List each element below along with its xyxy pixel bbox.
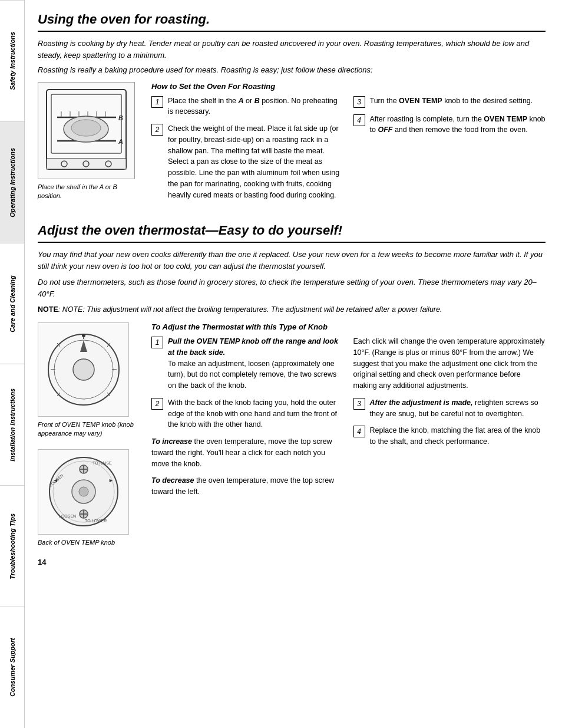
roasting-divider (38, 31, 546, 32)
thermostat-section: Adjust the oven thermostat—Easy to do yo… (38, 223, 546, 547)
thermostat-right-step-3: 3 After the adjustment is made, retighte… (353, 397, 546, 420)
thermostat-step-decrease: To decrease the oven temperature, move t… (151, 475, 344, 498)
thermostat-steps-left: 1 Pull the OVEN TEMP knob off the range … (151, 336, 344, 503)
roasting-intro1: Roasting is cooking by dry heat. Tender … (38, 38, 546, 61)
how-to-title: How to Set the Oven For Roasting (151, 82, 546, 91)
svg-text:TO LOWER: TO LOWER (85, 519, 107, 523)
oven-image-caption: Place the shelf in the A or B position. (38, 183, 141, 201)
roasting-title: Using the oven for roasting. (38, 12, 546, 27)
page-wrapper: Safety Instructions Operating Instructio… (0, 0, 562, 728)
thermostat-note: NOTE: NOTE: This adjustment will not aff… (38, 304, 546, 315)
sidebar-item-installation[interactable]: Installation Instructions (0, 364, 24, 485)
thermostat-right-step-4: 4 Replace the knob, matching the flat ar… (353, 425, 546, 447)
svg-point-37 (79, 487, 88, 496)
roasting-step-1: 1 Place the shelf in the A or B position… (151, 95, 344, 118)
thermostat-step-text-increase: To increase the oven temperature, move t… (151, 436, 344, 469)
sidebar-item-care[interactable]: Care and Cleaning (0, 243, 24, 364)
svg-text:A: A (118, 138, 123, 145)
sidebar-item-safety[interactable]: Safety Instructions (0, 0, 24, 121)
step-num-3: 3 (353, 96, 365, 108)
knob-front-caption: Front of OVEN TEMP knob (knob appearance… (38, 420, 141, 439)
main-content: Using the oven for roasting. Roasting is… (25, 0, 562, 728)
sidebar: Safety Instructions Operating Instructio… (0, 0, 25, 728)
thermostat-step-2: 2 With the back of the knob facing you, … (151, 397, 344, 430)
thermostat-right-step-text-3: After the adjustment is made, retighten … (370, 397, 546, 420)
thermostat-steps-right: Each click will change the oven temperat… (353, 336, 546, 503)
thermostat-step-num-2: 2 (151, 398, 163, 410)
thermostat-right-step-info: Each click will change the oven temperat… (353, 336, 546, 391)
roasting-intro2: Roasting is really a baking procedure us… (38, 64, 546, 76)
thermostat-right-step-num-3: 3 (353, 398, 365, 410)
roasting-steps-two-col: 1 Place the shelf in the A or B position… (151, 95, 546, 207)
svg-point-29 (82, 334, 85, 337)
svg-point-13 (71, 120, 101, 136)
step-num-2: 2 (151, 124, 163, 136)
roasting-steps-col: How to Set the Oven For Roasting 1 Place… (151, 82, 546, 207)
svg-text:◄: ◄ (53, 477, 58, 483)
step-text-2: Check the weight of the meat. Place it f… (168, 123, 344, 200)
thermostat-step-num-1: 1 (151, 337, 163, 348)
thermostat-steps-col: To Adjust the Thermostat with this Type … (151, 322, 546, 547)
thermostat-right-step-num-4: 4 (353, 426, 365, 437)
roasting-section: Using the oven for roasting. Roasting is… (38, 12, 546, 206)
oven-diagram: B A (38, 82, 135, 179)
thermostat-intro2: Do not use thermometers, such as those f… (38, 276, 546, 299)
knob-back-caption: Back of OVEN TEMP knob (38, 538, 141, 547)
thermostat-right-step-text-4: Replace the knob, matching the flat area… (370, 425, 546, 447)
svg-text:B: B (118, 114, 123, 121)
knob-front-diagram (38, 322, 129, 417)
step-num-1: 1 (151, 96, 163, 108)
page-number: 14 (38, 558, 546, 566)
thermostat-steps-two-col: 1 Pull the OVEN TEMP knob off the range … (151, 336, 546, 503)
step-text-4: After roasting is complete, turn the OVE… (370, 114, 546, 136)
roasting-step-4: 4 After roasting is complete, turn the O… (353, 114, 546, 136)
thermostat-right-text-info: Each click will change the oven temperat… (353, 336, 546, 391)
thermostat-divider (38, 242, 546, 243)
roasting-image-col: B A (38, 82, 141, 207)
knob-back-diagram: LOOSEN TO RAISE LOOSEN TO LOWER (38, 449, 129, 535)
svg-text:►: ► (108, 477, 114, 483)
roasting-steps-right: 3 Turn the OVEN TEMP knob to the desired… (353, 95, 546, 207)
step-text-1: Place the shelf in the A or B position. … (168, 95, 344, 118)
svg-point-21 (73, 359, 94, 380)
sidebar-item-operating[interactable]: Operating Instructions (0, 121, 24, 243)
sidebar-item-consumer[interactable]: Consumer Support (0, 607, 24, 728)
thermostat-step-text-decrease: To decrease the oven temperature, move t… (151, 475, 344, 498)
svg-text:LOOSEN: LOOSEN (59, 514, 76, 518)
step-num-4: 4 (353, 114, 365, 126)
step-text-3: Turn the OVEN TEMP knob to the desired s… (370, 95, 546, 108)
thermostat-title: Adjust the oven thermostat—Easy to do yo… (38, 223, 546, 238)
thermostat-layout: Front of OVEN TEMP knob (knob appearance… (38, 322, 546, 547)
thermostat-subsection-title: To Adjust the Thermostat with this Type … (151, 322, 546, 331)
thermostat-step-increase: To increase the oven temperature, move t… (151, 436, 344, 469)
roasting-steps-left: 1 Place the shelf in the A or B position… (151, 95, 344, 207)
svg-rect-14 (47, 159, 126, 169)
thermostat-step-1: 1 Pull the OVEN TEMP knob off the range … (151, 336, 344, 391)
knob-col: Front of OVEN TEMP knob (knob appearance… (38, 322, 141, 547)
roasting-layout: B A (38, 82, 546, 207)
sidebar-item-troubleshooting[interactable]: Troubleshooting Tips (0, 485, 24, 607)
svg-text:TO RAISE: TO RAISE (92, 461, 112, 465)
thermostat-intro1: You may find that your new oven cooks di… (38, 249, 546, 272)
thermostat-step-text-1: Pull the OVEN TEMP knob off the range an… (168, 336, 344, 391)
roasting-step-3: 3 Turn the OVEN TEMP knob to the desired… (353, 95, 546, 108)
roasting-step-2: 2 Check the weight of the meat. Place it… (151, 123, 344, 200)
thermostat-step-text-2: With the back of the knob facing you, ho… (168, 397, 344, 430)
